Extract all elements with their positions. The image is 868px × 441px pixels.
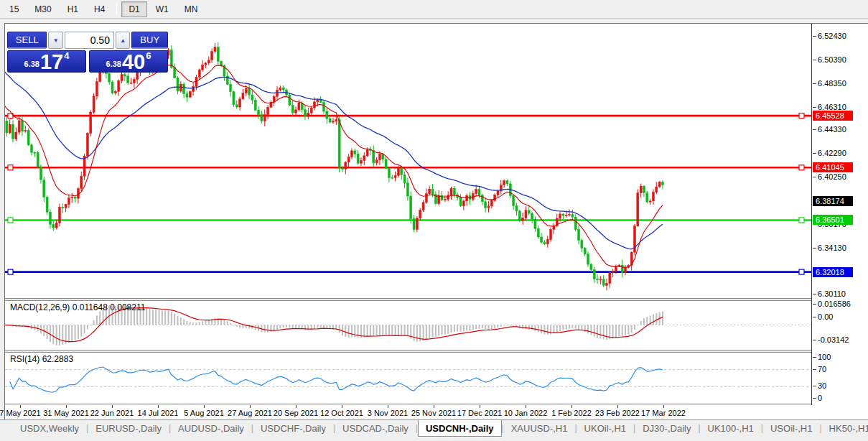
candle [49,209,51,229]
timeframe-button-m30[interactable]: M30 [27,1,58,17]
date-tick [296,405,297,408]
date-axis[interactable]: 7 May 202131 May 202122 Jun 202114 Jul 2… [5,405,868,419]
volume-increase-button[interactable]: ▲ [116,32,130,49]
date-tick [663,405,664,408]
timeframe-button-15[interactable]: 15 [2,1,26,17]
chevron-down-icon: ▼ [53,37,59,44]
date-tick [204,405,205,408]
volume-decrease-button[interactable]: ▼ [48,32,62,49]
candle [192,83,195,96]
candle [562,213,564,220]
candle [487,201,490,213]
candle [93,93,95,114]
candle [661,180,663,189]
candle [434,192,437,205]
candle [581,238,583,251]
rsi-label: RSI(14) 62.2883 [10,354,73,364]
buy-price-sup: 6 [146,50,151,61]
price-axis[interactable]: 6.524306.503906.483506.463106.443306.422… [811,24,868,405]
candle [655,182,658,194]
candle [24,126,27,133]
candle [515,203,518,215]
timeframe-button-d1[interactable]: D1 [121,1,146,17]
candle [127,73,129,85]
candle [438,190,440,205]
candle [254,98,256,111]
candle [606,279,608,291]
candle [279,85,281,91]
price-axis-label: 6.42290 [818,149,846,157]
candle [429,186,431,196]
chart-tab-xauusd-h1[interactable]: XAUUSD-,H1 [504,421,575,436]
chart-tab-hk50-h1[interactable]: HK50-,H1 [822,421,868,436]
candle [597,274,599,284]
candle [291,101,294,116]
rsi-panel[interactable] [5,353,811,404]
candle [472,190,474,201]
candle [74,195,76,203]
candle [258,106,260,119]
candle [422,200,424,212]
candle [553,223,555,234]
candle [267,105,269,119]
chart-tab-usdcad-daily[interactable]: USDCAD-,Daily [335,421,416,436]
candle [403,172,406,188]
candle [385,156,387,169]
rsi-value: 62.2883 [42,354,73,364]
price-axis-label: 6.34130 [818,243,846,252]
chart-tab-dj30-daily[interactable]: DJ30-,Daily [635,421,698,436]
chart-tab-usdx-weekly[interactable]: USDX,Weekly [13,421,86,436]
candle [111,80,113,94]
candle [322,101,325,113]
rsi-axis-label: 70 [818,365,826,373]
candle [406,177,409,200]
chart-tab-usdcnh-daily[interactable]: USDCNH-,Daily [418,420,502,437]
volume-input[interactable] [65,32,114,49]
candle [52,220,55,231]
candle [587,251,589,266]
price-axis-label: 6.40250 [818,172,846,181]
chart-tab-uk100-h1[interactable]: UK100-,H1 [701,421,761,436]
timeframe-button-h1[interactable]: H1 [60,1,85,17]
candle [602,275,605,287]
buy-price-small: 6.38 [106,60,121,68]
candle [9,119,11,134]
timeframe-button-w1[interactable]: W1 [149,1,176,17]
candle [282,85,284,93]
sell-price-panel[interactable]: 6.38 17 4 [7,50,86,73]
candle [118,80,120,96]
candle [574,214,577,231]
candle [543,240,546,245]
chart-tab-usoil-h1[interactable]: USOil-,H1 [763,421,820,436]
candle [640,184,642,198]
candle [21,116,23,136]
candle [108,73,111,85]
chart-tab-ukoil-h1[interactable]: UKOil-,H1 [577,421,634,436]
candle [609,271,611,287]
candle [6,117,8,136]
date-tick [526,405,526,408]
macd-values: 0.011648 0.008211 [73,302,146,312]
buy-button[interactable]: BUY [131,32,168,49]
candle [354,149,356,158]
chart-tab-eurusd-daily[interactable]: EURUSD-,Daily [88,421,169,436]
rsi-axis-label: 100 [818,353,831,361]
candle [298,99,300,111]
candle [643,185,645,198]
candle [637,189,639,226]
candle [329,116,331,123]
chart-tab-audusd-daily[interactable]: AUDUSD-,Daily [171,421,251,436]
candle [646,191,648,203]
sell-price-big: 17 [40,52,63,71]
buy-price-panel[interactable]: 6.38 40 6 [89,50,168,73]
chart-tab-usdchf-daily[interactable]: USDCHF-,Daily [253,421,333,436]
candle [39,164,42,184]
sell-button[interactable]: SELL [7,32,47,49]
candle [251,90,253,104]
timeframe-button-h4[interactable]: H4 [87,1,112,17]
candle [531,211,533,223]
timeframe-button-mn[interactable]: MN [177,1,205,17]
price-axis-label: 6.44330 [818,125,846,134]
one-click-trading-widget: SELL ▼ ▲ BUY 6.38 17 4 6.38 40 6 [7,32,168,73]
candle [80,172,83,191]
